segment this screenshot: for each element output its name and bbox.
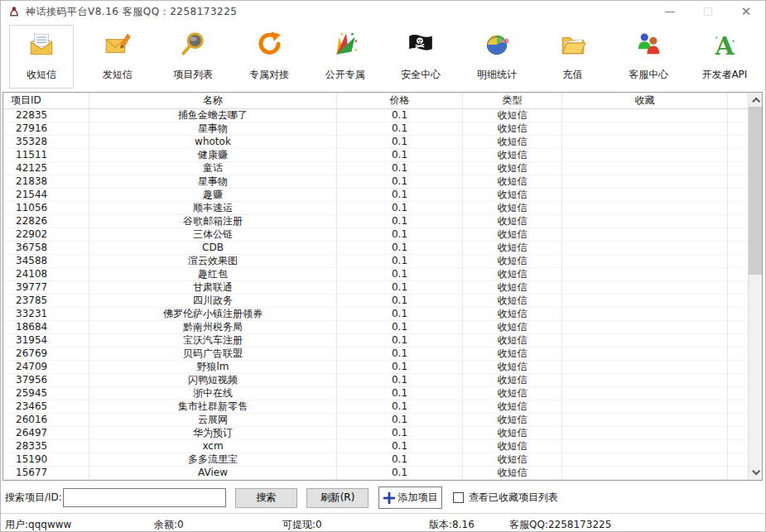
scroll-up-button[interactable]: [749, 93, 762, 107]
table-row[interactable]: 34588 渲云效果图 0.1 收短信: [3, 255, 748, 268]
cell-type: 收短信: [463, 136, 562, 148]
add-project-button[interactable]: 添加项目: [378, 486, 442, 509]
cell-type: 收短信: [463, 427, 562, 439]
chevron-up-icon: [752, 98, 760, 106]
cell-name: 闪鸭短视频: [89, 374, 337, 386]
col-header-type[interactable]: 类型: [463, 93, 562, 108]
table-row[interactable]: 22835 捕鱼金蟾去哪了 0.1 收短信: [3, 109, 748, 122]
table-row[interactable]: 39777 甘肃联通 0.1 收短信: [3, 281, 748, 295]
titlebar[interactable]: 神话接码平台V8.16 客服QQ：2258173225 ✕: [1, 1, 765, 22]
table-row[interactable]: 28335 xcm 0.1 收短信: [3, 440, 748, 453]
table-row[interactable]: 33231 佛罗伦萨小镇注册领券 0.1 收短信: [3, 308, 748, 321]
cell-favorite: [562, 149, 728, 161]
table-row[interactable]: 22902 三体公链 0.1 收短信: [3, 228, 748, 242]
col-header-id[interactable]: 项目ID: [3, 93, 89, 108]
security-center-icon: [406, 31, 436, 59]
table-row[interactable]: 35328 whotok 0.1 收短信: [3, 136, 748, 149]
toolbar-send-sms[interactable]: 发短信: [85, 25, 150, 89]
cell-project-id: 24709: [3, 361, 89, 373]
scrollbar-thumb[interactable]: [749, 107, 762, 275]
table-row[interactable]: 26016 云展网 0.1 收短信: [3, 414, 748, 427]
cell-project-id: 25945: [3, 387, 89, 400]
table-row[interactable]: 42125 童话 0.1 收短信: [3, 162, 748, 175]
toolbar: 收短信 发短信 项目列表 专属对接: [1, 22, 765, 91]
vertical-scrollbar[interactable]: [748, 93, 762, 480]
table-row[interactable]: 23465 集市社群新零售 0.1 收短信: [3, 400, 748, 414]
send-sms-icon: [103, 31, 132, 59]
cell-project-id: 39777: [3, 281, 89, 294]
cell-filler: [728, 122, 748, 135]
table-row[interactable]: 11056 顺丰速运 0.1 收短信: [3, 202, 748, 215]
table-row[interactable]: 21838 星事物 0.1 收短信: [3, 175, 748, 189]
cell-price: 0.1: [337, 321, 463, 333]
close-button[interactable]: ✕: [727, 1, 765, 22]
toolbar-label: 专属对接: [249, 68, 289, 82]
table-row[interactable]: 23785 四川政务 0.1 收短信: [3, 295, 748, 308]
cell-price: 0.1: [337, 162, 463, 175]
cell-filler: [728, 321, 748, 333]
cell-price: 0.1: [337, 387, 463, 400]
favorites-checkbox[interactable]: [453, 492, 464, 503]
table-row[interactable]: 26497 华为预订 0.1 收短信: [3, 427, 748, 440]
svg-text:A: A: [714, 31, 735, 59]
cell-price: 0.1: [337, 414, 463, 426]
cell-favorite: [562, 281, 728, 294]
col-header-name[interactable]: 名称: [89, 93, 337, 108]
cell-project-id: 33231: [3, 308, 89, 320]
toolbar-public-exclusive[interactable]: 公开专属: [313, 25, 378, 89]
minimize-button[interactable]: [651, 1, 689, 22]
cell-price: 0.1: [337, 374, 463, 386]
toolbar-stats[interactable]: 明细统计: [465, 25, 529, 89]
cell-name: 渲云效果图: [89, 255, 337, 267]
table-row[interactable]: 25945 浙中在线 0.1 收短信: [3, 387, 748, 400]
table-row[interactable]: 18684 黔南州税务局 0.1 收短信: [3, 321, 748, 334]
col-header-price[interactable]: 价格: [337, 93, 463, 108]
table-row[interactable]: 15190 多多流里宝 0.1 收短信: [3, 453, 748, 467]
toolbar-project-list[interactable]: 项目列表: [161, 25, 225, 89]
maximize-button[interactable]: [689, 1, 727, 22]
cell-type: 收短信: [463, 308, 562, 320]
cell-favorite: [562, 136, 728, 148]
cell-price: 0.1: [337, 149, 463, 161]
col-header-fav[interactable]: 收藏: [562, 93, 728, 108]
table-row[interactable]: 27916 星事物 0.1 收短信: [3, 122, 748, 136]
cell-favorite: [562, 308, 728, 320]
status-withdrawable: 可提现:0: [282, 518, 322, 532]
cell-name: 星事物: [89, 175, 337, 188]
cell-filler: [728, 242, 748, 254]
cell-name: whotok: [89, 136, 337, 148]
table-row[interactable]: 11511 健康赚 0.1 收短信: [3, 149, 748, 162]
window-title: 神话接码平台V8.16 客服QQ：2258173225: [26, 5, 237, 19]
cell-type: 收短信: [463, 347, 562, 360]
table-row[interactable]: 24108 趣红包 0.1 收短信: [3, 268, 748, 281]
table-row[interactable]: 21544 趣赚 0.1 收短信: [3, 189, 748, 202]
status-version: 版本:8.16: [429, 518, 475, 532]
toolbar-recharge[interactable]: 充值: [541, 25, 605, 89]
toolbar-receive-sms[interactable]: 收短信: [9, 25, 74, 89]
toolbar-exclusive-dock[interactable]: 专属对接: [237, 25, 301, 89]
cell-filler: [728, 361, 748, 373]
cell-favorite: [562, 414, 728, 426]
table-row[interactable]: 24709 野狼lm 0.1 收短信: [3, 361, 748, 374]
table-row[interactable]: 15677 AView 0.1 收短信: [3, 467, 748, 480]
toolbar-security-center[interactable]: 安全中心: [388, 25, 453, 89]
toolbar-developer-api[interactable]: A 开发者API: [692, 25, 757, 89]
toolbar-service-center[interactable]: 客服中心: [616, 25, 681, 89]
cell-name: 星事物: [89, 122, 337, 135]
cell-name: 多多流里宝: [89, 453, 337, 466]
cell-name: 健康赚: [89, 149, 337, 161]
recharge-folder-icon: [558, 31, 588, 59]
table-row[interactable]: 37956 闪鸭短视频 0.1 收短信: [3, 374, 748, 387]
table-row[interactable]: 36758 CDB 0.1 收短信: [3, 242, 748, 255]
refresh-button[interactable]: 刷新(R): [306, 488, 369, 508]
cell-filler: [728, 109, 748, 122]
table-row[interactable]: 22826 谷歌邮箱注册 0.1 收短信: [3, 215, 748, 228]
cell-type: 收短信: [463, 228, 562, 241]
table-row[interactable]: 31954 宝沃汽车注册 0.1 收短信: [3, 334, 748, 347]
search-input[interactable]: [63, 488, 226, 507]
search-button[interactable]: 搜索: [235, 488, 297, 508]
scroll-down-button[interactable]: [749, 466, 762, 480]
status-balance: 余额:0: [154, 518, 184, 532]
toolbar-label: 客服中心: [629, 68, 668, 82]
table-row[interactable]: 26769 贝码广告联盟 0.1 收短信: [3, 347, 748, 361]
